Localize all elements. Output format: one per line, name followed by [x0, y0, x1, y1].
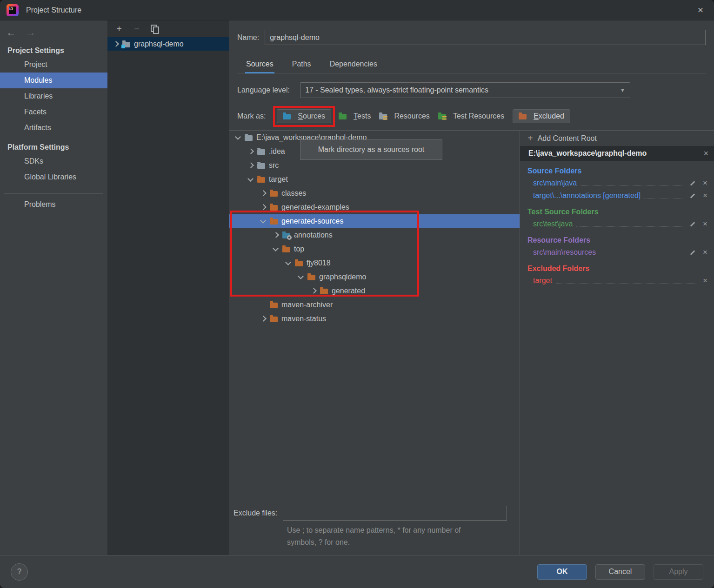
tree-row-maven-status[interactable]: maven-status [229, 312, 520, 326]
chevron-right-icon[interactable] [259, 189, 270, 198]
sidebar-item-facets[interactable]: Facets [0, 104, 107, 120]
tests-folder-icon [339, 114, 347, 119]
help-button[interactable]: ? [11, 563, 28, 581]
mark-as-test-resources-button[interactable]: Test Resources [438, 110, 504, 123]
dialog-footer: ? OK Cancel Apply [0, 555, 714, 588]
remove-content-root-icon[interactable]: × [703, 149, 708, 159]
add-module-icon[interactable]: + [112, 22, 126, 35]
language-level-row: Language level: 17 - Sealed types, alway… [237, 82, 706, 98]
chevron-right-icon[interactable] [309, 287, 320, 295]
sidebar-item-global-libraries[interactable]: Global Libraries [0, 169, 107, 185]
tree-row-maven-archiver[interactable]: maven-archiver [229, 298, 520, 312]
module-name: graphsql-demo [134, 40, 184, 48]
content-root-path: E:\java_workspace\graphql-demo [528, 149, 647, 158]
folder-path-link[interactable]: target [533, 277, 552, 285]
chevron-down-icon: ▼ [620, 87, 625, 93]
sidebar-item-sdks[interactable]: SDKs [0, 153, 107, 169]
tree-row-label: target [269, 175, 288, 184]
chevron-right-icon[interactable] [271, 231, 282, 239]
chevron-down-icon[interactable] [259, 217, 270, 225]
tree-row-label: generated-examples [281, 203, 349, 211]
remove-folder-icon[interactable]: × [702, 248, 708, 257]
folder-orange-icon [270, 317, 278, 322]
language-level-select[interactable]: 17 - Sealed types, always-strict floatin… [300, 82, 630, 98]
copy-module-icon[interactable] [147, 22, 161, 35]
folder-group-title: Resource Folders [520, 236, 714, 244]
tree-row-fjy8018[interactable]: fjy8018 [229, 256, 520, 270]
tree-row-top[interactable]: top [229, 242, 520, 256]
tab-dependencies[interactable]: Dependencies [329, 57, 378, 73]
tree-row-generated-sources[interactable]: generated-sources [229, 214, 520, 228]
settings-sidebar: ← → Project SettingsProjectModulesLibrar… [0, 20, 107, 555]
folder-orange-icon [282, 247, 290, 252]
back-icon[interactable]: ← [6, 27, 17, 38]
chevron-right-icon[interactable] [111, 40, 122, 48]
sidebar-item-modules[interactable]: Modules [0, 73, 107, 88]
module-name-row: Name: [237, 30, 706, 45]
sidebar-item-problems[interactable]: Problems [0, 197, 107, 212]
remove-folder-icon[interactable]: × [702, 276, 708, 285]
tree-row-generated-examples[interactable]: generated-examples [229, 200, 520, 214]
mark-as-button-label: Test Resources [453, 112, 504, 120]
tab-sources[interactable]: Sources [245, 57, 274, 73]
sidebar-item-project[interactable]: Project [0, 57, 107, 73]
ok-button[interactable]: OK [537, 564, 587, 580]
tree-row-annotations[interactable]: annotations [229, 228, 520, 242]
edit-pencil-icon[interactable] [689, 249, 696, 256]
tree-row-target[interactable]: target [229, 172, 520, 186]
folder-path-row: src\main\java× [520, 177, 714, 189]
remove-folder-icon[interactable]: × [702, 219, 708, 229]
folder-group: Excluded Folderstarget× [520, 264, 714, 287]
mark-as-excluded-button[interactable]: Excluded [513, 109, 570, 123]
sidebar-item-libraries[interactable]: Libraries [0, 88, 107, 104]
excluded-folder-icon [519, 114, 527, 119]
edit-pencil-icon[interactable] [689, 220, 696, 228]
remove-folder-icon[interactable]: × [702, 191, 708, 200]
chevron-right-icon[interactable] [246, 161, 257, 170]
chevron-placeholder [259, 301, 270, 309]
forward-icon: → [25, 27, 36, 38]
mark-as-tests-wrap: Tests [339, 110, 372, 123]
chevron-down-icon[interactable] [296, 273, 307, 281]
exclude-files-input[interactable] [283, 506, 507, 521]
sidebar-item-artifacts[interactable]: Artifacts [0, 120, 107, 136]
module-name-input[interactable] [265, 30, 706, 45]
folder-path-row: target× [520, 274, 714, 287]
exclude-files-section: Exclude files: Use ; to separate name pa… [229, 502, 520, 555]
remove-folder-icon[interactable]: × [702, 178, 708, 188]
module-list-item[interactable]: graphsql-demo [107, 37, 229, 51]
language-level-value: 17 - Sealed types, always-strict floatin… [305, 86, 620, 94]
chevron-right-icon[interactable] [246, 147, 257, 156]
chevron-down-icon[interactable] [271, 245, 282, 253]
tree-row-label: graphsqldemo [319, 273, 366, 281]
edit-pencil-icon[interactable] [689, 192, 696, 199]
tree-row-classes[interactable]: classes [229, 186, 520, 200]
chevron-down-icon[interactable] [246, 175, 257, 184]
cancel-button[interactable]: Cancel [595, 564, 645, 580]
mark-as-sources-button[interactable]: Sources [277, 109, 331, 123]
folder-path-link[interactable]: src\main\java [533, 179, 577, 187]
tree-row-graphsqldemo[interactable]: graphsqldemo [229, 270, 520, 284]
chevron-down-icon[interactable] [234, 133, 245, 142]
tab-paths[interactable]: Paths [291, 57, 312, 73]
folder-group: Source Folderssrc\main\java×target\...\a… [520, 167, 714, 202]
sidebar-divider [4, 193, 103, 194]
edit-pencil-icon[interactable] [689, 179, 696, 187]
chevron-right-icon[interactable] [259, 203, 270, 211]
mark-as-resources-button[interactable]: Resources [379, 110, 429, 123]
mark-as-tests-button[interactable]: Tests [339, 110, 371, 123]
mark-as-button-label: Resources [394, 112, 429, 120]
close-icon[interactable]: × [694, 3, 707, 17]
folder-path-link[interactable]: src\main\resources [533, 248, 596, 257]
folder-orange-icon [257, 177, 265, 183]
history-nav: ← → [0, 20, 107, 39]
tree-row-generated[interactable]: generated [229, 284, 520, 298]
chevron-down-icon[interactable] [284, 259, 295, 267]
remove-module-icon[interactable]: − [130, 22, 144, 35]
tree-row-src[interactable]: src [229, 159, 520, 172]
folder-path-link[interactable]: src\test\java [533, 220, 573, 228]
apply-button[interactable]: Apply [654, 564, 703, 580]
chevron-right-icon[interactable] [259, 315, 270, 323]
folder-path-link[interactable]: target\...\annotations [generated] [533, 192, 641, 200]
add-content-root-button[interactable]: + Add Content Root [520, 131, 714, 146]
